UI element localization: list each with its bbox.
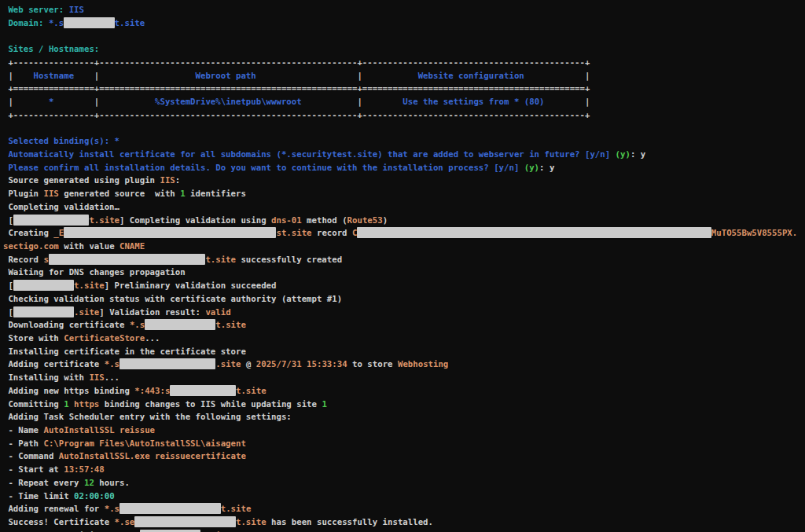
text-segment: - Path [3, 438, 43, 449]
redaction-box [357, 227, 711, 238]
text-segment: Webhosting [398, 359, 448, 369]
text-segment: 2025/7/31 15:33:34 [256, 359, 347, 369]
redaction-box [49, 254, 205, 265]
redaction-box [134, 516, 236, 527]
text-segment: Automatically install certificate for al… [3, 149, 616, 160]
text-segment: valid [205, 307, 230, 317]
text-segment: Checking validation status with certific… [3, 294, 342, 304]
text-segment: Record [3, 255, 43, 265]
text-segment: - Command [3, 451, 59, 461]
text-segment: has been successfully installed. [266, 517, 433, 527]
redaction-box [64, 227, 276, 238]
text-segment: Route53 [347, 215, 383, 226]
terminal-line: Sites / Hostnames: [3, 43, 805, 57]
redaction-box [13, 280, 74, 291]
redaction-box [119, 358, 215, 369]
text-segment: dns-01 [271, 215, 302, 226]
text-segment: Installing certificate in the certificat… [3, 347, 246, 357]
text-segment: *.s [130, 320, 145, 330]
text-segment: to store [347, 359, 398, 369]
terminal-line: - Name AutoInstallSSL reissue [3, 424, 805, 438]
text-segment: Creating [3, 228, 53, 238]
terminal-line: Record st.site successfully created [3, 254, 805, 267]
text-segment: record [312, 228, 352, 238]
text-segment: Plugin [3, 189, 43, 199]
text-segment: t.site [205, 255, 236, 265]
text-segment: ] Completing validation using [119, 215, 271, 226]
text-segment: Adding new https binding [3, 386, 134, 396]
text-segment: ] Validation result: [99, 307, 205, 317]
text-segment: Installing with [3, 372, 89, 383]
text-segment: hours. [94, 478, 130, 488]
text-segment: identifiers [186, 189, 246, 199]
text-segment: [ [3, 281, 13, 291]
text-segment: Sites / Hostnames: [3, 44, 99, 54]
text-segment: successfully created [236, 255, 342, 265]
text-segment: Adding certificate [3, 359, 105, 369]
text-segment: t.site [115, 18, 145, 28]
text-segment: sectigo.com [3, 241, 59, 251]
terminal-line: [t.site] Completing validation using dns… [3, 215, 805, 228]
terminal-line: - Time limit 02:00:00 [3, 490, 805, 504]
terminal-line: Checking validation status with certific… [3, 293, 805, 306]
terminal-output: Web server: IIS Domain: *.st.site Sites … [3, 4, 805, 532]
text-segment: st.site [276, 228, 311, 238]
text-segment: *.s [49, 18, 64, 28]
terminal-line: Creating _Est.site record CMuTO55Bw5V855… [3, 227, 805, 240]
text-segment: method ( [302, 215, 347, 226]
text-segment: - Start at [3, 464, 64, 475]
text-segment: Committing [3, 399, 64, 409]
text-segment: : y [630, 149, 645, 160]
text-segment: Downloading certificate [3, 320, 130, 330]
terminal-line: - Start at 13:57:48 [3, 464, 805, 477]
text-segment: Web server: [3, 5, 69, 15]
text-segment: t.site [236, 386, 266, 396]
text-segment: .site [215, 359, 241, 369]
terminal-line: Adding Task Scheduler entry with the fol… [3, 411, 805, 424]
redaction-box [13, 306, 74, 317]
text-segment: AutoInstallSSL reissue [43, 425, 155, 435]
text-segment: MuTO55Bw5V8555PX. [711, 228, 797, 238]
text-segment: | [585, 97, 590, 107]
text-segment: Adding Task Scheduler entry with the fol… [3, 412, 292, 422]
text-segment: t.site [221, 504, 252, 514]
text-segment: IIS [69, 5, 84, 15]
terminal-line: Waiting for DNS changes propagation [3, 266, 805, 280]
text-segment: _E [53, 228, 64, 238]
terminal-window[interactable]: Web server: IIS Domain: *.st.site Sites … [0, 0, 805, 532]
terminal-line: | Hostname | Webroot path | Website conf… [3, 70, 805, 83]
text-segment: * [13, 97, 94, 107]
terminal-line: Please confirm all installation details.… [3, 162, 805, 175]
text-segment: 1 [322, 399, 326, 409]
text-segment: @ [241, 359, 255, 369]
text-segment: (y) [616, 149, 630, 160]
text-segment: [ [3, 307, 13, 317]
redaction-box [64, 17, 114, 28]
text-segment: C:\Program Files\AutoInstallSSL\aisagent [43, 438, 245, 449]
text-segment: https [74, 399, 99, 409]
terminal-line: Plugin IIS generated source with 1 ident… [3, 188, 805, 201]
terminal-line: Web server: IIS [3, 4, 805, 17]
terminal-line: Source generated using plugin IIS: [3, 174, 805, 188]
text-segment: : [175, 175, 180, 185]
text-segment: CertificateStore [64, 333, 145, 343]
text-segment: (y) [524, 163, 539, 173]
text-segment: *.s [105, 359, 119, 369]
text-segment: 12 [84, 478, 94, 488]
text-segment: IIS [160, 175, 175, 185]
text-segment: - Name [3, 425, 43, 435]
text-segment: [ [3, 215, 13, 226]
terminal-line: Adding new https binding *:443:st.site [3, 385, 805, 398]
text-segment: .site [74, 307, 99, 317]
terminal-line: [.site] Validation result: valid [3, 306, 805, 320]
text-segment: generated source with [59, 189, 180, 199]
terminal-line: Completing validation… [3, 201, 805, 215]
terminal-line [3, 30, 805, 43]
redaction-box [119, 503, 221, 514]
text-segment: Adding renewal for [3, 504, 105, 514]
text-segment: | [585, 71, 590, 81]
text-segment: CNAME [119, 241, 145, 251]
terminal-line: +================+======================… [3, 83, 805, 96]
terminal-line: Adding certificate *.s.site @ 2025/7/31 … [3, 358, 805, 372]
redaction-box [145, 319, 215, 330]
